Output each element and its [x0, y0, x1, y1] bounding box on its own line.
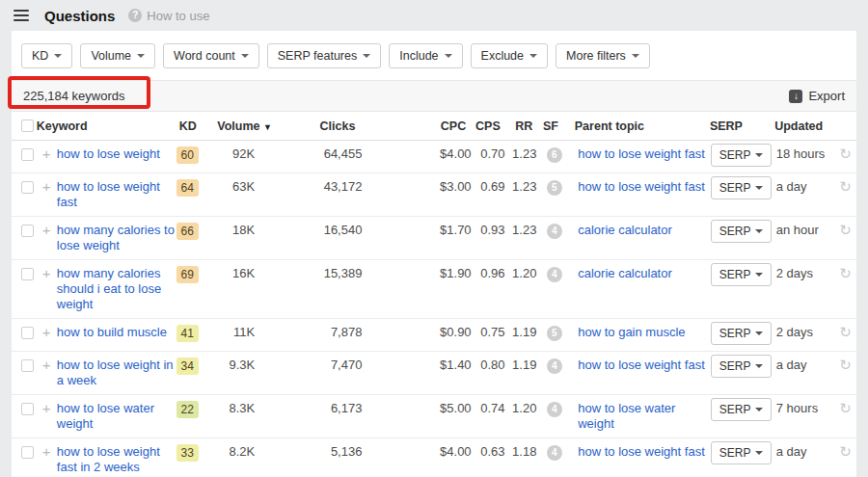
- rr-value: 1.23: [504, 223, 536, 238]
- kd-badge: 33: [176, 444, 199, 462]
- add-to-list-plus-icon[interactable]: +: [37, 325, 57, 340]
- parent-topic-link[interactable]: calorie calculator: [578, 223, 672, 237]
- how-to-use-link[interactable]: ? How to use: [128, 9, 209, 23]
- serp-button-label: SERP: [719, 327, 751, 340]
- serp-button-label: SERP: [719, 403, 751, 416]
- keyword-link[interactable]: how to lose weight fast in 2 weeks: [57, 444, 160, 474]
- parent-topic-link[interactable]: how to lose weight fast: [578, 444, 705, 459]
- serp-dropdown-button[interactable]: SERP: [711, 220, 773, 243]
- filter-exclude-button[interactable]: Exclude: [471, 43, 548, 68]
- row-checkbox[interactable]: [21, 148, 34, 161]
- filter-label: Volume: [91, 49, 131, 63]
- row-checkbox[interactable]: [21, 225, 34, 237]
- row-checkbox[interactable]: [21, 403, 34, 415]
- row-checkbox[interactable]: [21, 268, 34, 280]
- parent-topic-link[interactable]: how to lose water weight: [578, 401, 675, 431]
- kd-badge: 66: [176, 223, 199, 240]
- serp-dropdown-button[interactable]: SERP: [711, 355, 773, 378]
- col-header-cpc[interactable]: CPC: [424, 119, 466, 133]
- row-checkbox[interactable]: [21, 327, 34, 339]
- rr-value: 1.20: [504, 401, 536, 416]
- row-checkbox[interactable]: [21, 359, 34, 372]
- chevron-down-icon: [755, 364, 763, 368]
- keyword-link[interactable]: how to lose weight fast: [57, 179, 160, 209]
- export-label: Export: [808, 89, 845, 103]
- filter-serp-features-button[interactable]: SERP features: [267, 43, 381, 68]
- col-header-parent-topic[interactable]: Parent topic: [575, 119, 710, 133]
- col-header-updated[interactable]: Updated: [774, 119, 833, 133]
- serp-dropdown-button[interactable]: SERP: [711, 144, 773, 167]
- refresh-icon[interactable]: ↻: [839, 401, 852, 416]
- row-checkbox[interactable]: [21, 446, 34, 459]
- serp-dropdown-button[interactable]: SERP: [711, 263, 773, 286]
- refresh-icon[interactable]: ↻: [839, 223, 852, 238]
- col-header-keyword[interactable]: Keyword: [37, 119, 179, 133]
- refresh-icon[interactable]: ↻: [839, 146, 852, 162]
- chevron-down-icon: [363, 54, 370, 58]
- refresh-icon[interactable]: ↻: [839, 179, 852, 195]
- keyword-link[interactable]: how many calories to lose weight: [57, 223, 175, 252]
- serp-features-count-badge: 6: [547, 147, 562, 163]
- parent-topic-link[interactable]: how to lose weight fast: [578, 358, 705, 372]
- row-checkbox[interactable]: [21, 181, 34, 194]
- col-header-cps[interactable]: CPS: [466, 119, 501, 133]
- add-to-list-plus-icon[interactable]: +: [37, 358, 57, 373]
- col-header-rr[interactable]: RR: [501, 119, 533, 133]
- chevron-down-icon: [755, 229, 763, 233]
- add-to-list-plus-icon[interactable]: +: [37, 401, 57, 416]
- col-header-kd[interactable]: KD: [179, 119, 217, 133]
- table-row: + how to lose weight fast 64 63K 43,172 …: [12, 173, 856, 217]
- col-header-sf[interactable]: SF: [532, 119, 569, 133]
- clicks-value: 43,172: [319, 179, 363, 195]
- parent-topic-link[interactable]: calorie calculator: [578, 266, 672, 280]
- serp-dropdown-button[interactable]: SERP: [711, 398, 773, 421]
- table-body: + how to lose weight 60 92K 64,455 $4.00…: [12, 141, 856, 477]
- add-to-list-plus-icon[interactable]: +: [37, 146, 57, 162]
- parent-topic-link[interactable]: how to gain muscle: [578, 325, 685, 339]
- parent-topic-link[interactable]: how to lose weight fast: [578, 146, 705, 161]
- filter-include-button[interactable]: Include: [389, 43, 462, 68]
- serp-features-count-badge: 4: [547, 358, 562, 374]
- refresh-icon[interactable]: ↻: [839, 266, 852, 281]
- refresh-icon[interactable]: ↻: [839, 325, 852, 340]
- clicks-value: 5,136: [319, 444, 363, 460]
- rr-value: 1.23: [504, 179, 536, 195]
- rr-value: 1.18: [504, 444, 536, 460]
- chevron-down-icon: [755, 273, 763, 277]
- rr-value: 1.23: [504, 146, 536, 162]
- refresh-icon[interactable]: ↻: [839, 444, 852, 460]
- keyword-link[interactable]: how to lose weight in a week: [57, 358, 174, 387]
- filter-more-filters-button[interactable]: More filters: [556, 43, 650, 68]
- parent-topic-link[interactable]: how to lose weight fast: [578, 179, 705, 194]
- updated-value: 7 hours: [776, 401, 834, 416]
- keyword-link[interactable]: how to build muscle: [57, 325, 167, 339]
- cpc-value: $3.00: [430, 179, 472, 195]
- chevron-down-icon: [529, 54, 537, 58]
- chevron-down-icon: [137, 54, 145, 58]
- keyword-link[interactable]: how to lose weight: [57, 146, 160, 161]
- updated-value: 2 days: [776, 325, 834, 340]
- add-to-list-plus-icon[interactable]: +: [37, 266, 57, 281]
- serp-dropdown-button[interactable]: SERP: [711, 441, 773, 464]
- export-button[interactable]: ↓ Export: [789, 89, 845, 103]
- keyword-link[interactable]: how to lose water weight: [57, 401, 154, 431]
- hamburger-menu-icon[interactable]: [14, 10, 29, 21]
- serp-dropdown-button[interactable]: SERP: [711, 322, 773, 345]
- add-to-list-plus-icon[interactable]: +: [37, 444, 57, 460]
- refresh-icon[interactable]: ↻: [839, 358, 852, 373]
- table-row: + how to lose weight in a week 34 9.3K 7…: [12, 352, 856, 395]
- col-header-clicks[interactable]: Clicks: [312, 119, 355, 133]
- col-header-volume[interactable]: Volume ▼: [217, 119, 312, 133]
- chevron-down-icon: [755, 186, 763, 190]
- keyword-link[interactable]: how many calories should i eat to lose w…: [57, 266, 161, 311]
- serp-dropdown-button[interactable]: SERP: [711, 176, 773, 199]
- add-to-list-plus-icon[interactable]: +: [37, 223, 57, 238]
- chevron-down-icon: [54, 54, 62, 58]
- select-all-checkbox[interactable]: [21, 119, 34, 132]
- table-row: + how to lose weight fast in 2 weeks 33 …: [12, 438, 856, 477]
- filter-kd-button[interactable]: KD: [21, 43, 72, 68]
- add-to-list-plus-icon[interactable]: +: [37, 179, 57, 195]
- serp-features-count-badge: 4: [547, 224, 562, 239]
- filter-volume-button[interactable]: Volume: [80, 43, 155, 68]
- filter-word-count-button[interactable]: Word count: [163, 43, 259, 68]
